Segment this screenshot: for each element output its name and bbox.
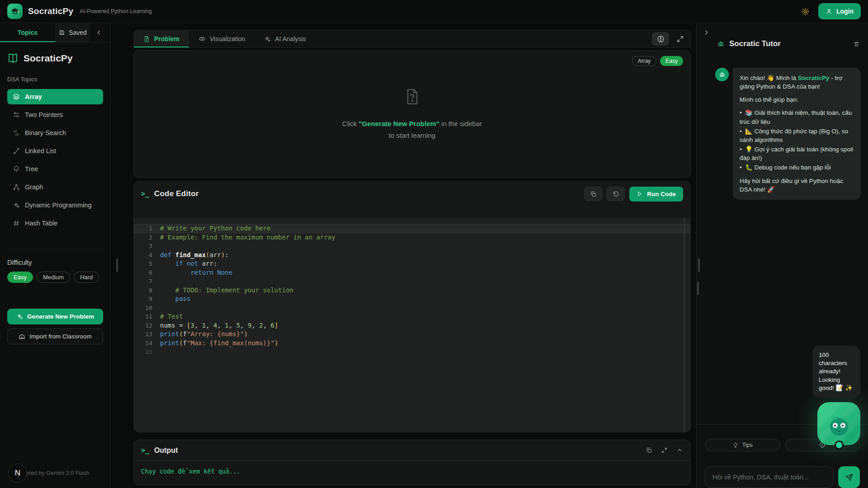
code-line[interactable]: 1# Write your Python code here — [134, 224, 690, 233]
sidebar-item-two-pointers[interactable]: Two Pointers — [7, 107, 103, 122]
robot-icon — [717, 40, 725, 48]
code-line[interactable]: 10 — [134, 304, 690, 313]
code-line[interactable]: 2# Example: Find the maximum number in a… — [134, 233, 690, 242]
code-line[interactable]: 7 — [134, 277, 690, 286]
sidebar-item-linked-list[interactable]: Linked List — [7, 143, 103, 159]
message-outro: Hãy hỏi bất cứ điều gì về Python hoặc DS… — [740, 177, 854, 194]
send-icon — [845, 473, 854, 482]
line-number: 11 — [134, 312, 160, 321]
fullscreen-button[interactable] — [676, 35, 684, 43]
code-line[interactable]: 12nums = [3, 1, 4, 1, 5, 9, 2, 6] — [134, 321, 690, 330]
tips-button[interactable]: Tips — [705, 439, 780, 451]
problem-panel: Array Easy Click "Generate New Problem" … — [133, 50, 691, 178]
code-line[interactable]: 11# Test — [134, 312, 690, 321]
chat-resize-handle[interactable] — [697, 282, 699, 295]
code-lines: 1# Write your Python code here2# Example… — [134, 224, 690, 357]
sidebar-item-array[interactable]: Array — [7, 89, 103, 104]
login-label: Login — [836, 8, 854, 15]
chat-header: Socratic Tutor — [697, 23, 868, 48]
copy-icon[interactable] — [646, 447, 652, 454]
sidebar-item-graph[interactable]: Graph — [7, 179, 103, 195]
difficulty-easy-pill[interactable]: Easy — [7, 272, 33, 283]
tab-label: Problem — [154, 35, 179, 42]
tips-label: Tips — [742, 442, 753, 448]
send-button[interactable] — [838, 466, 860, 488]
difficulty-medium-pill[interactable]: Medium — [37, 272, 70, 283]
network-icon — [13, 183, 20, 191]
empty-text-highlight: "Generate New Problem" — [359, 120, 439, 127]
code-line[interactable]: 8 # TODO: Implement your solution — [134, 286, 690, 295]
tab-topics-label: Topics — [18, 29, 38, 36]
editor-scrollbar[interactable] — [684, 218, 685, 432]
sidebar-resize-handle[interactable] — [116, 258, 118, 272]
devtools-badge[interactable]: N — [8, 464, 27, 483]
run-code-label: Run Code — [647, 191, 676, 197]
clear-chat-button[interactable] — [853, 41, 860, 47]
chat-input[interactable] — [705, 466, 834, 488]
app: SocraticPy AI-Powered Python Learning Lo… — [0, 0, 868, 488]
line-number: 8 — [134, 286, 160, 295]
bot-message: Xin chào! 👋 Mình là SocraticPy - trợ giả… — [715, 68, 861, 200]
line-number: 7 — [134, 277, 160, 286]
line-number: 9 — [134, 295, 160, 304]
tab-label: AI Analysis — [275, 35, 306, 42]
code-line[interactable]: 13print(f"Array: {nums}") — [134, 330, 690, 339]
code-line[interactable]: 6 return None — [134, 268, 690, 277]
chevron-right-icon — [703, 29, 710, 36]
output-content: Chạy code để xem kết quả... — [134, 460, 690, 485]
tab-ai-analysis[interactable]: AI Analysis — [255, 30, 315, 47]
main-area: Problem Visualization AI Analysis — [111, 23, 696, 488]
chat-resize-handle[interactable] — [698, 258, 700, 272]
chat-title: Socratic Tutor — [729, 39, 781, 48]
mascot-character[interactable] — [817, 402, 860, 445]
topbar: SocraticPy AI-Powered Python Learning Lo… — [0, 0, 868, 23]
run-code-button[interactable]: Run Code — [629, 187, 683, 202]
topic-label: Two Pointers — [25, 111, 63, 118]
tab-saved[interactable]: Saved — [55, 23, 90, 42]
sidebar-item-hash-table[interactable]: Hash Table — [7, 216, 103, 231]
login-button[interactable]: Login — [818, 3, 861, 19]
tab-topics[interactable]: Topics — [0, 23, 55, 42]
reset-code-button[interactable] — [607, 187, 625, 201]
mascot-face-icon — [830, 418, 848, 436]
main-tabbar: Problem Visualization AI Analysis — [133, 30, 691, 48]
tab-visualization[interactable]: Visualization — [189, 30, 255, 47]
graduation-cap-icon — [7, 4, 23, 19]
maximize-icon[interactable] — [661, 447, 668, 454]
brain-button[interactable] — [652, 32, 669, 46]
empty-text-suffix: in the sidebar — [439, 120, 482, 127]
hash-icon — [13, 220, 20, 227]
import-from-classroom-button[interactable]: Import from Classroom — [7, 328, 103, 344]
sidebar-item-binary-search[interactable]: 01 10 Binary Search — [7, 125, 103, 141]
theme-toggle-button[interactable] — [797, 3, 814, 19]
sidebar-item-dynamic-programming[interactable]: Dynamic Programming — [7, 197, 103, 213]
copy-code-button[interactable] — [584, 187, 602, 201]
app-subtitle: AI-Powered Python Learning — [80, 8, 152, 14]
save-icon — [59, 29, 65, 36]
line-number: 15 — [134, 347, 160, 357]
dsa-topics-label: DSA Topics — [7, 76, 103, 83]
topic-label: Tree — [25, 165, 38, 173]
generate-new-problem-button[interactable]: Generate New Problem — [7, 309, 103, 324]
line-number: 4 — [134, 251, 160, 260]
chevron-up-icon[interactable] — [676, 447, 683, 454]
line-number: 1 — [134, 224, 160, 233]
sidebar-collapse-button[interactable] — [93, 27, 105, 38]
sidebar-item-tree[interactable]: Tree — [7, 161, 103, 177]
code-line[interactable]: 15 — [134, 347, 690, 357]
difficulty-hard-pill[interactable]: Hard — [74, 272, 99, 283]
topic-label: Graph — [25, 183, 43, 191]
code-line[interactable]: 3 — [134, 242, 690, 251]
code-line[interactable]: 5 if not arr: — [134, 259, 690, 268]
rotate-ccw-icon — [613, 191, 619, 197]
chat-collapse-button[interactable] — [700, 27, 712, 38]
code-editor-textarea[interactable]: 1# Write your Python code here2# Example… — [134, 218, 690, 432]
code-line[interactable]: 4def find_max(arr): — [134, 251, 690, 260]
tab-problem[interactable]: Problem — [134, 30, 189, 47]
tree-icon — [13, 165, 20, 173]
layers-icon — [13, 93, 20, 100]
file-question-icon — [403, 86, 421, 107]
code-line[interactable]: 14print(f"Max: {find_max(nums)}") — [134, 339, 690, 348]
output-header: >_ Output — [134, 440, 690, 460]
code-line[interactable]: 9 pass — [134, 295, 690, 304]
